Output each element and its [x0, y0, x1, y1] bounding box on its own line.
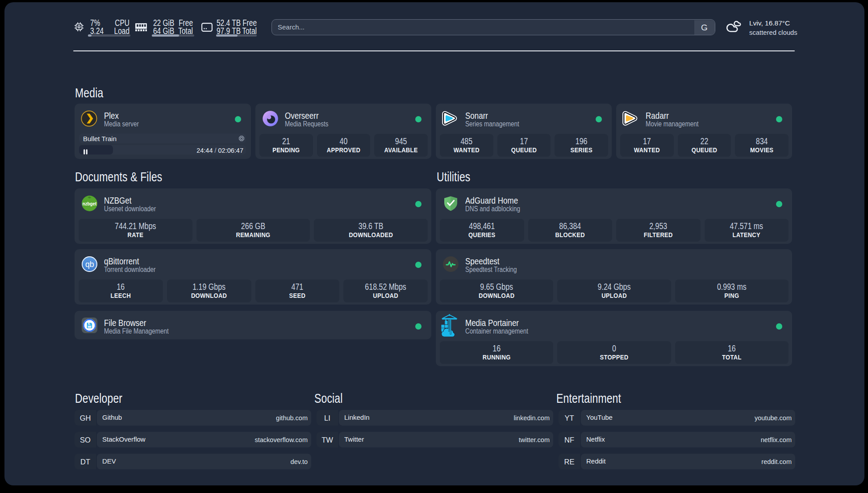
svg-text:qb: qb [85, 260, 94, 269]
svg-text:nzbget: nzbget [83, 201, 97, 206]
